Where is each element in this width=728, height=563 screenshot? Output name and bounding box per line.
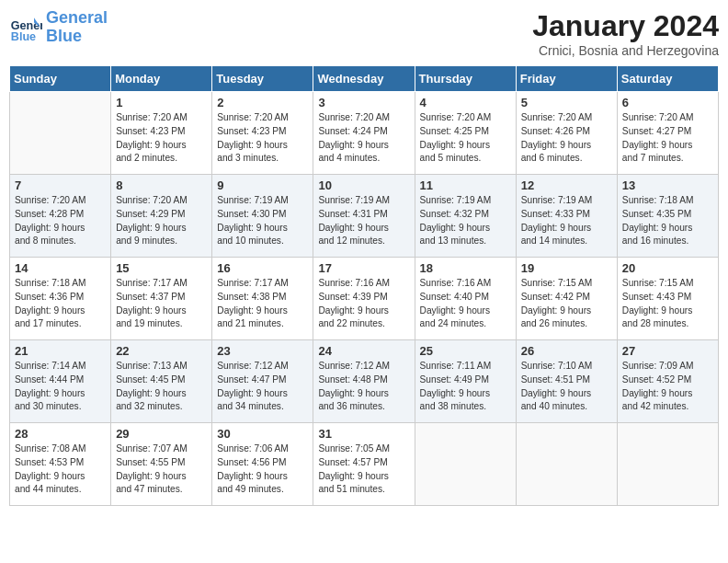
calendar-cell: 29Sunrise: 7:07 AMSunset: 4:55 PMDayligh… xyxy=(111,423,212,506)
calendar-cell: 24Sunrise: 7:12 AMSunset: 4:48 PMDayligh… xyxy=(313,340,415,423)
day-header-friday: Friday xyxy=(516,66,617,92)
calendar-cell: 11Sunrise: 7:19 AMSunset: 4:32 PMDayligh… xyxy=(415,175,516,258)
calendar-cell: 10Sunrise: 7:19 AMSunset: 4:31 PMDayligh… xyxy=(313,175,415,258)
day-number: 27 xyxy=(622,344,713,358)
calendar-cell: 7Sunrise: 7:20 AMSunset: 4:28 PMDaylight… xyxy=(10,175,111,258)
day-number: 18 xyxy=(420,261,511,275)
day-number: 30 xyxy=(217,427,308,441)
calendar-cell: 20Sunrise: 7:15 AMSunset: 4:43 PMDayligh… xyxy=(617,258,718,340)
day-info: Sunrise: 7:20 AMSunset: 4:25 PMDaylight:… xyxy=(420,111,511,166)
day-number: 8 xyxy=(116,178,207,192)
day-info: Sunrise: 7:20 AMSunset: 4:27 PMDaylight:… xyxy=(622,111,713,166)
svg-text:Blue: Blue xyxy=(11,30,36,43)
day-number: 3 xyxy=(318,96,409,109)
calendar-cell xyxy=(617,423,718,506)
calendar-header: SundayMondayTuesdayWednesdayThursdayFrid… xyxy=(10,66,719,92)
calendar-cell xyxy=(415,423,516,506)
day-info: Sunrise: 7:17 AMSunset: 4:38 PMDaylight:… xyxy=(217,277,308,331)
day-info: Sunrise: 7:19 AMSunset: 4:32 PMDaylight:… xyxy=(420,194,511,248)
day-info: Sunrise: 7:08 AMSunset: 4:53 PMDaylight:… xyxy=(15,442,106,497)
day-number: 7 xyxy=(15,178,106,192)
day-header-tuesday: Tuesday xyxy=(212,66,313,92)
calendar-cell: 8Sunrise: 7:20 AMSunset: 4:29 PMDaylight… xyxy=(111,175,212,258)
calendar-cell: 21Sunrise: 7:14 AMSunset: 4:44 PMDayligh… xyxy=(10,340,111,423)
calendar-cell: 5Sunrise: 7:20 AMSunset: 4:26 PMDaylight… xyxy=(516,92,617,175)
day-number: 13 xyxy=(622,178,713,192)
logo-line1: General xyxy=(46,8,108,27)
calendar-cell: 19Sunrise: 7:15 AMSunset: 4:42 PMDayligh… xyxy=(516,258,617,340)
day-number: 25 xyxy=(420,344,511,358)
day-header-sunday: Sunday xyxy=(10,66,111,92)
calendar-cell: 4Sunrise: 7:20 AMSunset: 4:25 PMDaylight… xyxy=(415,92,516,175)
calendar-cell: 16Sunrise: 7:17 AMSunset: 4:38 PMDayligh… xyxy=(212,258,313,340)
calendar-cell: 14Sunrise: 7:18 AMSunset: 4:36 PMDayligh… xyxy=(10,258,111,340)
day-info: Sunrise: 7:20 AMSunset: 4:23 PMDaylight:… xyxy=(116,111,207,166)
day-info: Sunrise: 7:05 AMSunset: 4:57 PMDaylight:… xyxy=(318,442,409,497)
day-info: Sunrise: 7:15 AMSunset: 4:42 PMDaylight:… xyxy=(521,277,612,331)
day-number: 6 xyxy=(622,96,713,109)
calendar-cell: 17Sunrise: 7:16 AMSunset: 4:39 PMDayligh… xyxy=(313,258,415,340)
day-info: Sunrise: 7:13 AMSunset: 4:45 PMDaylight:… xyxy=(116,360,207,414)
day-number: 16 xyxy=(217,261,308,275)
day-info: Sunrise: 7:18 AMSunset: 4:35 PMDaylight:… xyxy=(622,194,713,248)
calendar-cell xyxy=(10,92,111,175)
day-info: Sunrise: 7:16 AMSunset: 4:40 PMDaylight:… xyxy=(420,277,511,331)
day-number: 5 xyxy=(521,96,612,109)
calendar-cell: 9Sunrise: 7:19 AMSunset: 4:30 PMDaylight… xyxy=(212,175,313,258)
day-info: Sunrise: 7:20 AMSunset: 4:23 PMDaylight:… xyxy=(217,111,308,166)
day-header-monday: Monday xyxy=(111,66,212,92)
day-header-thursday: Thursday xyxy=(415,66,516,92)
day-number: 14 xyxy=(15,261,106,275)
calendar-cell: 22Sunrise: 7:13 AMSunset: 4:45 PMDayligh… xyxy=(111,340,212,423)
day-info: Sunrise: 7:16 AMSunset: 4:39 PMDaylight:… xyxy=(318,277,409,331)
day-number: 4 xyxy=(420,96,511,109)
day-number: 20 xyxy=(622,261,713,275)
day-info: Sunrise: 7:20 AMSunset: 4:24 PMDaylight:… xyxy=(318,111,409,166)
day-info: Sunrise: 7:06 AMSunset: 4:56 PMDaylight:… xyxy=(217,442,308,497)
day-number: 23 xyxy=(217,344,308,358)
calendar-cell: 12Sunrise: 7:19 AMSunset: 4:33 PMDayligh… xyxy=(516,175,617,258)
month-title: January 2024 xyxy=(532,9,719,43)
calendar-cell: 23Sunrise: 7:12 AMSunset: 4:47 PMDayligh… xyxy=(212,340,313,423)
day-info: Sunrise: 7:19 AMSunset: 4:30 PMDaylight:… xyxy=(217,194,308,248)
calendar-cell: 13Sunrise: 7:18 AMSunset: 4:35 PMDayligh… xyxy=(617,175,718,258)
day-header-wednesday: Wednesday xyxy=(313,66,415,92)
location: Crnici, Bosnia and Herzegovina xyxy=(532,43,719,58)
day-number: 15 xyxy=(116,261,207,275)
day-number: 2 xyxy=(217,96,308,109)
day-number: 22 xyxy=(116,344,207,358)
day-info: Sunrise: 7:20 AMSunset: 4:28 PMDaylight:… xyxy=(15,194,106,248)
logo-line2: Blue xyxy=(46,27,82,45)
day-number: 26 xyxy=(521,344,612,358)
day-number: 12 xyxy=(521,178,612,192)
calendar-cell: 15Sunrise: 7:17 AMSunset: 4:37 PMDayligh… xyxy=(111,258,212,340)
day-number: 10 xyxy=(318,178,409,192)
calendar-cell: 18Sunrise: 7:16 AMSunset: 4:40 PMDayligh… xyxy=(415,258,516,340)
day-info: Sunrise: 7:14 AMSunset: 4:44 PMDaylight:… xyxy=(15,360,106,414)
day-info: Sunrise: 7:19 AMSunset: 4:33 PMDaylight:… xyxy=(521,194,612,248)
day-number: 1 xyxy=(116,96,207,109)
day-info: Sunrise: 7:12 AMSunset: 4:47 PMDaylight:… xyxy=(217,360,308,414)
day-number: 17 xyxy=(318,261,409,275)
day-info: Sunrise: 7:19 AMSunset: 4:31 PMDaylight:… xyxy=(318,194,409,248)
day-info: Sunrise: 7:15 AMSunset: 4:43 PMDaylight:… xyxy=(622,277,713,331)
title-block: January 2024 Crnici, Bosnia and Herzegov… xyxy=(532,9,719,58)
calendar-cell: 27Sunrise: 7:09 AMSunset: 4:52 PMDayligh… xyxy=(617,340,718,423)
day-number: 28 xyxy=(15,427,106,441)
day-number: 9 xyxy=(217,178,308,192)
day-info: Sunrise: 7:12 AMSunset: 4:48 PMDaylight:… xyxy=(318,360,409,414)
logo: General Blue General Blue xyxy=(9,9,108,46)
day-info: Sunrise: 7:20 AMSunset: 4:29 PMDaylight:… xyxy=(116,194,207,248)
calendar: SundayMondayTuesdayWednesdayThursdayFrid… xyxy=(9,65,719,506)
day-info: Sunrise: 7:10 AMSunset: 4:51 PMDaylight:… xyxy=(521,360,612,414)
day-number: 19 xyxy=(521,261,612,275)
page-header: General Blue General Blue January 2024 C… xyxy=(9,9,719,58)
day-info: Sunrise: 7:18 AMSunset: 4:36 PMDaylight:… xyxy=(15,277,106,331)
calendar-cell: 31Sunrise: 7:05 AMSunset: 4:57 PMDayligh… xyxy=(313,423,415,506)
day-number: 21 xyxy=(15,344,106,358)
calendar-cell: 2Sunrise: 7:20 AMSunset: 4:23 PMDaylight… xyxy=(212,92,313,175)
day-info: Sunrise: 7:17 AMSunset: 4:37 PMDaylight:… xyxy=(116,277,207,331)
day-header-saturday: Saturday xyxy=(617,66,718,92)
logo-icon: General Blue xyxy=(9,11,42,44)
day-number: 31 xyxy=(318,427,409,441)
